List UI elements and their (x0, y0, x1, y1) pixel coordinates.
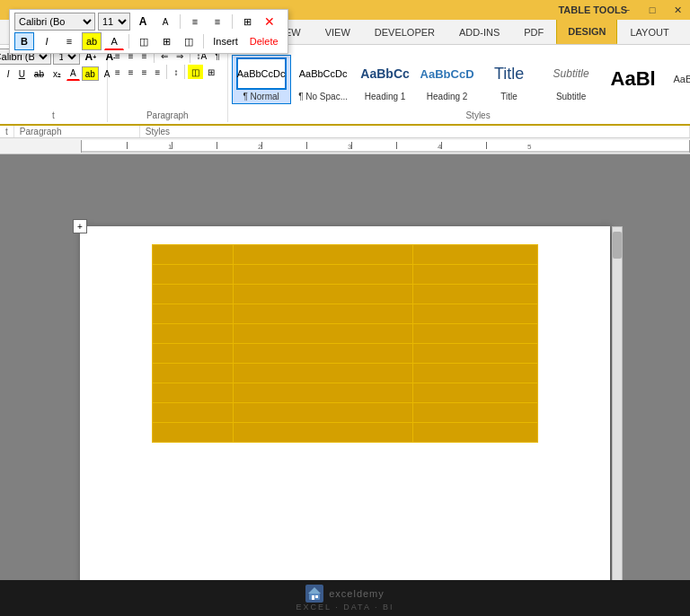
style-title-preview: Title (484, 57, 535, 90)
watermark-logo: exceldemy (305, 585, 385, 603)
window-controls: − □ ✕ (615, 0, 690, 20)
table-cell[interactable] (413, 304, 538, 324)
highlight-button[interactable]: ab (82, 66, 99, 81)
style-more[interactable]: AaBbCcD (666, 60, 690, 100)
watermark-sub: EXCEL · DATA · BI (296, 603, 394, 612)
maximize-button[interactable]: □ (640, 0, 665, 20)
paragraph-group-content: ≡ ≡ ≡ ⇐ ⇒ ↕A ¶ ≡ ≡ ≡ ≡ ↕ (111, 48, 224, 120)
ribbon-content: Calibri (Bo 11 A+ A- B I U ab x₂ A ab A … (0, 45, 690, 126)
tab-pdf[interactable]: PDF (512, 19, 555, 44)
word-table[interactable] (152, 244, 538, 443)
table-cell[interactable] (153, 403, 234, 423)
table-cell[interactable] (153, 265, 234, 285)
table-cell[interactable] (413, 344, 538, 364)
style-heading1[interactable]: AaBbCc Heading 1 (356, 55, 415, 104)
style-subtitle[interactable]: Subtitle Subtitle (542, 55, 601, 104)
font-section-label: t (0, 126, 14, 137)
ribbon-group-font: Calibri (Bo 11 A+ A- B I U ab x₂ A ab A … (0, 47, 108, 122)
style-no-spacing[interactable]: AaBbCcDc ¶ No Spac... (294, 55, 353, 104)
svg-rect-2 (312, 595, 314, 600)
align-right-button[interactable]: ≡ (138, 65, 151, 79)
style-normal-label: ¶ Normal (243, 92, 279, 101)
style-heading2-preview: AaBbCcD (422, 57, 473, 90)
style-title-label: Title (500, 92, 518, 101)
svg-rect-3 (315, 595, 318, 598)
style-aabi-preview: AaBl (608, 63, 659, 95)
tab-add-ins[interactable]: ADD-INS (447, 19, 511, 44)
table-move-handle[interactable]: + (73, 219, 87, 233)
borders-button[interactable]: ⊞ (204, 65, 218, 79)
table-cell[interactable] (413, 324, 538, 344)
scrollbar-thumb[interactable] (613, 232, 622, 259)
minimize-button[interactable]: − (615, 0, 640, 20)
table-cell[interactable] (234, 364, 413, 383)
tab-design[interactable]: DESIGN (556, 19, 617, 44)
style-title[interactable]: Title Title (480, 55, 539, 104)
table-cell[interactable] (413, 364, 538, 383)
table-cell[interactable] (153, 364, 234, 383)
tab-developer[interactable]: DEVELOPER (363, 19, 447, 44)
table-cell[interactable] (153, 423, 234, 443)
italic-button[interactable]: I (4, 66, 13, 81)
ribbon-group-styles: AaBbCcDc ¶ Normal AaBbCcDc ¶ No Spac... … (228, 47, 690, 122)
table-cell[interactable] (234, 265, 413, 285)
style-aabi[interactable]: AaBl (604, 60, 663, 100)
ruler-inner: 1 2 3 4 5 (81, 140, 690, 153)
table-cell[interactable] (234, 245, 413, 265)
ruler: 1 2 3 4 5 (0, 138, 690, 154)
table-cell[interactable] (234, 403, 413, 423)
style-no-spacing-label: ¶ No Spac... (298, 92, 348, 101)
line-spacing-button[interactable]: ↕ (170, 65, 181, 79)
shading-button[interactable]: ◫ (188, 65, 203, 79)
table-cell[interactable] (234, 423, 413, 443)
doc-area: Calibri (Bo 11 A A ≡ ≡ ⊞ ✕ B I ≡ ab A ◫ … (0, 154, 690, 580)
table-cell[interactable] (413, 245, 538, 265)
vertical-scrollbar[interactable] (612, 226, 623, 580)
table-cell[interactable] (413, 285, 538, 304)
bold-button[interactable]: B (0, 66, 2, 81)
style-more-preview: AaBbCcD (670, 63, 690, 95)
table-cell[interactable] (153, 324, 234, 344)
style-heading1-preview: AaBbCc (360, 57, 411, 90)
strikethrough-button[interactable]: ab (31, 66, 48, 81)
style-heading2[interactable]: AaBbCcD Heading 2 (418, 55, 477, 104)
tab-view[interactable]: VIEW (314, 19, 362, 44)
doc-page: + (80, 226, 610, 580)
table-cell[interactable] (413, 423, 538, 443)
style-normal[interactable]: AaBbCcDc ¶ Normal (232, 55, 291, 104)
table-cell[interactable] (234, 304, 413, 324)
tab-layout[interactable]: LAYOUT (618, 19, 680, 44)
font-group-label: t (0, 110, 107, 120)
table-cell[interactable] (413, 383, 538, 403)
table-cell[interactable] (153, 304, 234, 324)
style-no-spacing-preview: AaBbCcDc (298, 57, 349, 90)
table-cell[interactable] (153, 383, 234, 403)
table-cell[interactable] (153, 344, 234, 364)
style-heading1-label: Heading 1 (365, 92, 406, 101)
table-cell[interactable] (234, 324, 413, 344)
paragraph-group-label: Paragraph (108, 110, 227, 120)
table-cell[interactable] (413, 265, 538, 285)
styles-list: AaBbCcDc ¶ Normal AaBbCcDc ¶ No Spac... … (232, 48, 690, 110)
style-subtitle-preview: Subtitle (546, 57, 597, 90)
table-cell[interactable] (413, 403, 538, 423)
justify-button[interactable]: ≡ (152, 65, 164, 79)
style-subtitle-label: Subtitle (556, 92, 586, 101)
align-center-button[interactable]: ≡ (125, 65, 137, 79)
table-cell[interactable] (234, 285, 413, 304)
svg-marker-1 (308, 587, 321, 594)
underline-button[interactable]: U (15, 66, 29, 81)
subscript-button[interactable]: x₂ (49, 66, 65, 81)
table-cell[interactable] (234, 344, 413, 364)
align-left-button[interactable]: ≡ (111, 65, 124, 79)
table-cell[interactable] (234, 383, 413, 403)
font-group-content: Calibri (Bo 11 A+ A- B I U ab x₂ A ab A (0, 48, 119, 120)
styles-group-label: Styles (232, 110, 690, 120)
table-cell[interactable] (153, 285, 234, 304)
table-cell[interactable] (153, 245, 234, 265)
watermark-name: exceldemy (329, 588, 385, 599)
style-heading2-label: Heading 2 (427, 92, 468, 101)
font-color-button[interactable]: A (66, 66, 80, 81)
close-button[interactable]: ✕ (665, 0, 690, 20)
bottom-bar: exceldemy EXCEL · DATA · BI (0, 580, 690, 616)
